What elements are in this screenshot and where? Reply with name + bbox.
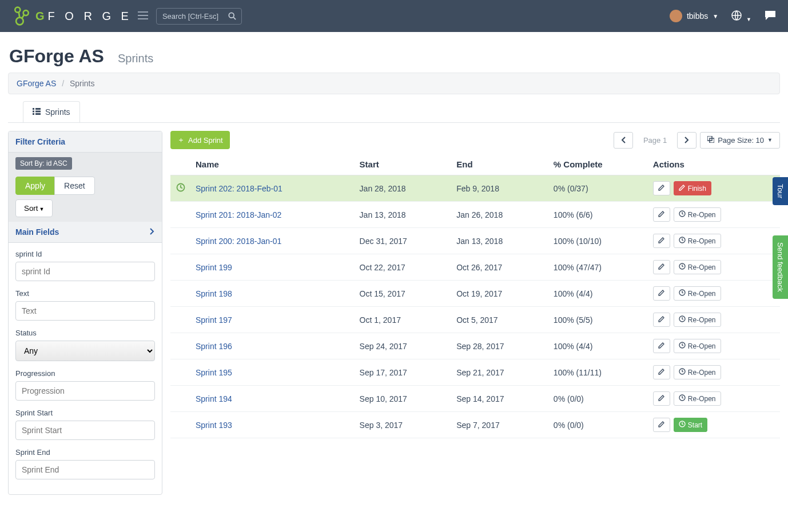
row-name: Sprint 202: 2018-Feb-01	[191, 175, 355, 202]
reopen-button[interactable]: Re-Open	[674, 365, 721, 379]
col-name[interactable]: Name	[191, 154, 355, 175]
filter-buttons: Apply Reset	[15, 177, 155, 195]
row-name: Sprint 196	[191, 333, 355, 359]
breadcrumb-root[interactable]: GForge AS	[17, 79, 56, 88]
filter-sidebar: Filter Criteria Sort By: id ASC Apply Re…	[8, 131, 162, 495]
row-name: Sprint 201: 2018-Jan-02	[191, 202, 355, 228]
row-end: Jan 13, 2018	[452, 228, 549, 254]
edit-button[interactable]	[653, 286, 670, 301]
logo[interactable]: GF O R G E	[11, 6, 132, 26]
col-start[interactable]: Start	[355, 154, 452, 175]
text-label: Text	[15, 289, 155, 298]
sprint-link[interactable]: Sprint 193	[196, 421, 232, 430]
content: Filter Criteria Sort By: id ASC Apply Re…	[0, 123, 788, 503]
row-complete: 0% (0/0)	[549, 386, 648, 412]
apply-button[interactable]: Apply	[15, 177, 55, 195]
edit-button[interactable]	[653, 313, 670, 327]
page-next-button[interactable]	[677, 132, 697, 149]
reopen-button[interactable]: Re-Open	[674, 207, 721, 222]
edit-button[interactable]	[653, 418, 670, 432]
caret-down-icon: ▼	[746, 17, 751, 22]
main-fields-header[interactable]: Main Fields	[9, 222, 162, 243]
edit-button[interactable]	[653, 181, 670, 195]
sprint-link[interactable]: Sprint 197	[196, 315, 232, 325]
edit-icon	[658, 263, 665, 271]
svg-rect-11	[35, 111, 41, 113]
menu-icon[interactable]	[138, 11, 148, 21]
progression-input[interactable]	[15, 381, 155, 401]
feedback-tab[interactable]: Send feedback	[773, 235, 788, 299]
sprint-link[interactable]: Sprint 202: 2018-Feb-01	[196, 184, 282, 193]
sprint-link[interactable]: Sprint 200: 2018-Jan-01	[196, 237, 281, 246]
sort-badge[interactable]: Sort By: id ASC	[15, 157, 72, 170]
row-start: Jan 13, 2018	[355, 202, 452, 228]
sprint-link[interactable]: Sprint 196	[196, 342, 232, 351]
row-status-icon	[170, 254, 191, 281]
chat-icon[interactable]	[764, 10, 777, 23]
edit-button[interactable]	[653, 365, 670, 379]
page-size-label: Page Size: 10	[718, 136, 764, 145]
status-select[interactable]: Any	[15, 341, 155, 361]
row-status-icon	[170, 307, 191, 333]
sprint-link[interactable]: Sprint 201: 2018-Jan-02	[196, 210, 281, 219]
filter-sort-strip: Sort By: id ASC Apply Reset Sort▼	[9, 153, 162, 222]
sort-button[interactable]: Sort▼	[15, 199, 53, 217]
row-actions: Start	[648, 412, 780, 438]
page-title: GForge AS	[9, 46, 104, 67]
reopen-button[interactable]: Re-Open	[674, 339, 721, 353]
globe-icon[interactable]: ▼	[731, 10, 751, 23]
sprint-start-input[interactable]	[15, 421, 155, 440]
text-input[interactable]	[15, 301, 155, 321]
row-start: Oct 15, 2017	[355, 281, 452, 307]
edit-button[interactable]	[653, 234, 670, 248]
user-menu[interactable]: tbibbs ▼	[670, 10, 718, 22]
logo-text: GF O R G E	[35, 10, 132, 23]
sprint-link[interactable]: Sprint 195	[196, 368, 232, 377]
sprint-link[interactable]: Sprint 198	[196, 289, 232, 298]
reset-button[interactable]: Reset	[54, 177, 95, 195]
start-button[interactable]: Start	[674, 418, 707, 432]
sprint-link[interactable]: Sprint 199	[196, 263, 232, 272]
edit-button[interactable]	[653, 260, 670, 274]
sprint-end-label: Sprint End	[15, 448, 155, 457]
reopen-button[interactable]: Re-Open	[674, 234, 721, 248]
filter-header-label: Filter Criteria	[15, 137, 65, 146]
page-prev-button[interactable]	[614, 132, 633, 149]
page-label: Page 1	[636, 132, 674, 149]
edit-button[interactable]	[653, 339, 670, 353]
row-status-icon	[170, 359, 191, 386]
row-name: Sprint 199	[191, 254, 355, 281]
reopen-button[interactable]: Re-Open	[674, 286, 721, 301]
row-actions: Re-Open	[648, 254, 780, 281]
username: tbibbs	[687, 11, 708, 21]
finish-button[interactable]: Finish	[674, 181, 711, 195]
sprint-end-input[interactable]	[15, 460, 155, 479]
add-sprint-button[interactable]: ＋ Add Sprint	[170, 131, 230, 149]
row-end: Jan 26, 2018	[452, 202, 549, 228]
edit-button[interactable]	[653, 391, 670, 406]
edit-icon	[658, 368, 665, 377]
reopen-button[interactable]: Re-Open	[674, 260, 721, 274]
col-end[interactable]: End	[452, 154, 549, 175]
sprint-link[interactable]: Sprint 194	[196, 394, 232, 403]
row-actions: Re-Open	[648, 359, 780, 386]
row-status-icon	[170, 175, 191, 202]
tour-tab[interactable]: Tour	[773, 177, 788, 205]
filter-panel: Filter Criteria Sort By: id ASC Apply Re…	[8, 131, 162, 495]
row-name: Sprint 194	[191, 386, 355, 412]
page-size-button[interactable]: Page Size: 10 ▼	[700, 132, 780, 149]
plus-icon: ＋	[177, 135, 185, 145]
filter-header[interactable]: Filter Criteria	[9, 131, 162, 153]
reopen-button[interactable]: Re-Open	[674, 391, 721, 406]
sprint-id-input[interactable]	[15, 262, 155, 281]
tab-sprints[interactable]: Sprints	[23, 101, 80, 122]
table-row: Sprint 202: 2018-Feb-01Jan 28, 2018Feb 9…	[170, 175, 780, 202]
svg-rect-8	[33, 108, 34, 110]
edit-icon	[658, 342, 665, 350]
search-box	[156, 8, 242, 25]
reopen-button[interactable]: Re-Open	[674, 313, 721, 327]
col-complete[interactable]: % Complete	[549, 154, 648, 175]
search-icon[interactable]	[228, 12, 236, 22]
row-start: Sep 24, 2017	[355, 333, 452, 359]
edit-button[interactable]	[653, 207, 670, 222]
